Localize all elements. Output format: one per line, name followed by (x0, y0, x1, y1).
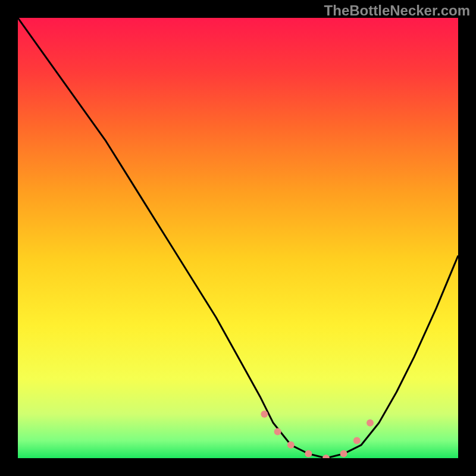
highlight-dot (305, 450, 312, 458)
chart-svg (18, 18, 458, 458)
highlight-dot (261, 411, 268, 418)
highlight-dot (287, 441, 295, 449)
highlight-dot (367, 419, 374, 427)
plot-area (18, 18, 458, 458)
highlight-dot (353, 437, 361, 444)
watermark-text: TheBottleNecker.com (324, 2, 470, 19)
highlight-dot (274, 428, 281, 436)
gradient-background (18, 18, 458, 458)
chart-container: TheBottleNecker.com (0, 0, 476, 476)
highlight-dot (340, 450, 347, 458)
